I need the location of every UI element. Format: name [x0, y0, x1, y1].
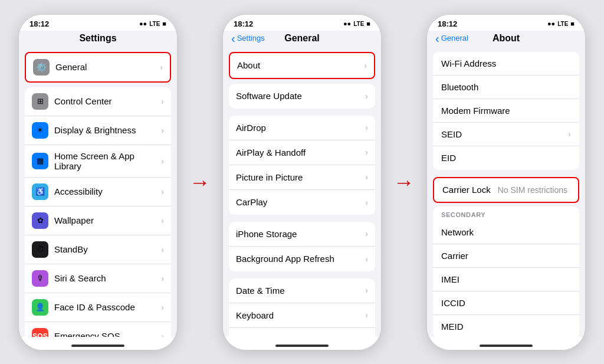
arrow-1: → — [189, 170, 211, 195]
nav-bar-2: Settings General — [223, 31, 381, 47]
signal-icon-2: ●● — [343, 20, 351, 27]
carrier-lock-value: No SIM restrictions — [498, 185, 567, 195]
screens-container: 18:12 ●● LTE ■ Settings ⚙️ General › — [6, 8, 598, 356]
home-label: Home Screen & App Library — [54, 151, 161, 171]
bluetooth-row[interactable]: Bluetooth — [433, 76, 579, 99]
display-label: Display & Brightness — [54, 125, 161, 135]
status-bar-3: 18:12 ●● LTE ■ — [427, 15, 585, 31]
lte-icon-2: LTE — [353, 21, 364, 27]
keyboard-label: Keyboard — [236, 310, 365, 320]
wallpaper-row[interactable]: ✿ Wallpaper › — [25, 206, 171, 235]
nav-bar-1: Settings — [19, 31, 177, 47]
phone-about: 18:12 ●● LTE ■ General About Wi-Fi Addre… — [426, 14, 586, 350]
iccid-label: ICCID — [441, 298, 571, 308]
lte-icon-1: LTE — [149, 21, 160, 27]
keyboard-row[interactable]: Keyboard › — [229, 303, 375, 328]
back-button-2[interactable]: Settings — [231, 32, 265, 44]
signal-icon-3: ●● — [547, 20, 555, 27]
software-update-row[interactable]: Software Update › — [229, 84, 375, 109]
accessibility-icon: ♿ — [32, 183, 48, 200]
datetime-row[interactable]: Date & Time › — [229, 278, 375, 303]
carplay-label: CarPlay — [236, 197, 365, 207]
time-3: 18:12 — [438, 19, 457, 28]
carrier-label-1: Carrier — [441, 251, 571, 261]
signal-icon-1: ●● — [139, 20, 147, 27]
faceid-row[interactable]: 👤 Face ID & Passcode › — [25, 293, 171, 322]
standby-row[interactable]: ⏱ StandBy › — [25, 235, 171, 264]
top-info-group: Wi-Fi Address Bluetooth Modem Firmware S… — [433, 52, 579, 170]
display-icon: ☀ — [32, 122, 48, 139]
status-icons-2: ●● LTE ■ — [343, 20, 370, 27]
wifi-address-label: Wi-Fi Address — [441, 58, 571, 68]
wifi-address-row[interactable]: Wi-Fi Address — [433, 52, 579, 76]
imei-label: IMEI — [441, 274, 571, 284]
datetime-group: Date & Time › Keyboard › Fonts › Languag… — [229, 278, 375, 337]
airdrop-group: AirDrop › AirPlay & Handoff › Picture in… — [229, 116, 375, 215]
airplay-label: AirPlay & Handoff — [236, 147, 365, 158]
iphone-storage-row[interactable]: iPhone Storage › — [229, 222, 375, 247]
arrow-2: → — [393, 170, 415, 195]
eid-row[interactable]: EID — [433, 146, 579, 170]
general-label: General — [55, 62, 160, 72]
battery-icon-1: ■ — [162, 20, 166, 27]
emergency-row[interactable]: SOS Emergency SOS › — [25, 322, 171, 337]
fonts-row[interactable]: Fonts › — [229, 328, 375, 337]
software-update-label: Software Update — [236, 91, 365, 101]
iccid-row[interactable]: ICCID — [433, 291, 579, 315]
bg-refresh-label: Background App Refresh — [236, 254, 365, 264]
airdrop-label: AirDrop — [236, 123, 365, 133]
standby-icon: ⏱ — [32, 241, 48, 258]
modem-row[interactable]: Modem Firmware — [433, 99, 579, 123]
settings-group-2: ⊞ Control Center › ☀ Display & Brightnes… — [25, 87, 171, 337]
home-bar-3 — [480, 345, 533, 347]
arrow-1-container: → — [188, 170, 212, 195]
bg-refresh-row[interactable]: Background App Refresh › — [229, 247, 375, 271]
emergency-label: Emergency SOS — [54, 331, 161, 337]
seid-row[interactable]: SEID › — [433, 123, 579, 146]
phone-settings: 18:12 ●● LTE ■ Settings ⚙️ General › — [18, 14, 178, 350]
accessibility-label: Accessibility — [54, 186, 161, 196]
general-row[interactable]: ⚙️ General › — [26, 53, 170, 81]
arrow-2-container: → — [392, 170, 416, 195]
screen-title-1: Settings — [79, 33, 116, 44]
standby-label: StandBy — [54, 244, 161, 254]
screen-content-3[interactable]: Wi-Fi Address Bluetooth Modem Firmware S… — [427, 47, 585, 337]
accessibility-row[interactable]: ♿ Accessibility › — [25, 178, 171, 206]
screen-content-2[interactable]: About › Software Update › AirDrop › — [223, 47, 381, 337]
airdrop-row[interactable]: AirDrop › — [229, 116, 375, 140]
about-row-item[interactable]: About › — [230, 53, 374, 78]
carplay-row[interactable]: CarPlay › — [229, 190, 375, 215]
screen-content-1[interactable]: ⚙️ General › ⊞ Control Center › ☀ Displa… — [19, 47, 177, 337]
network-row-1[interactable]: Network — [433, 221, 579, 244]
about-highlighted[interactable]: About › — [229, 52, 375, 79]
carrier-lock-row[interactable]: Carrier Lock No SIM restrictions — [434, 178, 578, 202]
time-1: 18:12 — [29, 19, 49, 28]
secondary-group: SECONDARY Network Carrier IMEI ICCID MEI… — [433, 206, 579, 337]
bluetooth-label: Bluetooth — [441, 82, 571, 92]
imei-row[interactable]: IMEI — [433, 268, 579, 291]
status-bar-2: 18:12 ●● LTE ■ — [223, 15, 381, 31]
secondary-header: SECONDARY — [433, 206, 579, 221]
about-label: About — [237, 60, 364, 70]
back-button-3[interactable]: General — [435, 32, 468, 44]
datetime-label: Date & Time — [236, 286, 365, 296]
eid-label: EID — [441, 153, 571, 163]
control-center-row[interactable]: ⊞ Control Center › — [25, 87, 171, 116]
pip-row[interactable]: Picture in Picture › — [229, 165, 375, 190]
storage-group: iPhone Storage › Background App Refresh … — [229, 222, 375, 271]
general-chevron: › — [160, 63, 163, 72]
control-center-label: Control Center — [54, 96, 161, 106]
wallpaper-label: Wallpaper — [54, 215, 161, 225]
carrier-lock-highlighted[interactable]: Carrier Lock No SIM restrictions — [433, 177, 579, 203]
display-brightness-row[interactable]: ☀ Display & Brightness › — [25, 116, 171, 145]
airplay-row[interactable]: AirPlay & Handoff › — [229, 140, 375, 165]
general-highlighted[interactable]: ⚙️ General › — [25, 52, 171, 83]
meid-row[interactable]: MEID — [433, 315, 579, 337]
network-label-1: Network — [441, 227, 571, 237]
home-bar-1 — [71, 345, 124, 347]
home-screen-row[interactable]: ▦ Home Screen & App Library › — [25, 145, 171, 178]
iphone-storage-label: iPhone Storage — [236, 229, 365, 239]
siri-row[interactable]: 🎙 Siri & Search › — [25, 264, 171, 293]
carrier-row-1[interactable]: Carrier — [433, 244, 579, 268]
siri-label: Siri & Search — [54, 273, 161, 283]
